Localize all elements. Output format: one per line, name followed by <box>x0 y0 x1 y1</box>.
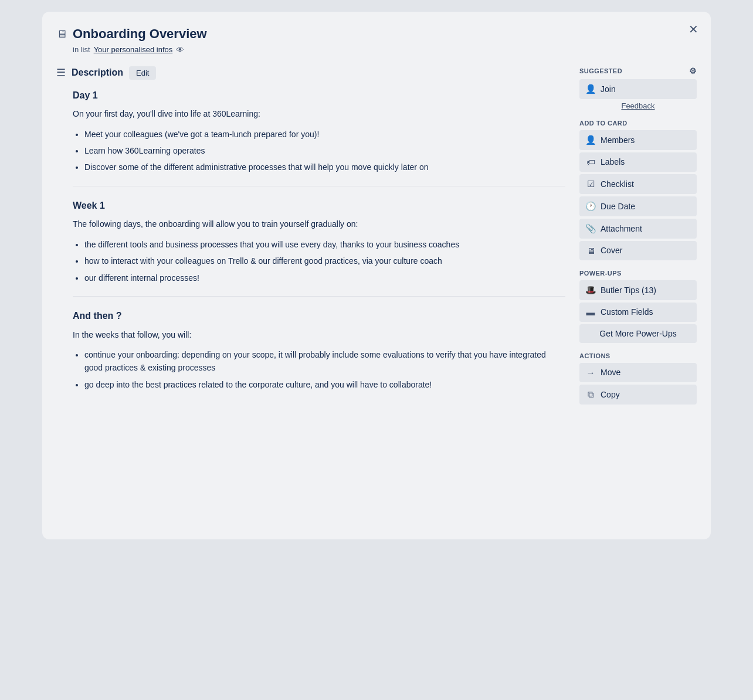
checklist-label: Checklist <box>601 179 634 189</box>
user-icon: 👤 <box>585 84 596 94</box>
attachment-label: Attachment <box>601 224 642 233</box>
labels-icon: 🏷 <box>585 157 596 167</box>
suggested-label: SUGGESTED <box>579 67 622 74</box>
sidebar: SUGGESTED ⚙ 👤 Join Feedback ADD TO CARD … <box>579 66 697 525</box>
join-label: Join <box>601 84 616 94</box>
actions-section: ACTIONS <box>579 352 697 359</box>
cover-label: Cover <box>601 246 622 255</box>
add-to-card-label: ADD TO CARD <box>579 120 628 127</box>
day1-list: Meet your colleagues (we've got a team-l… <box>84 128 565 174</box>
close-button[interactable]: ✕ <box>684 20 703 39</box>
butler-icon: 🎩 <box>585 285 596 295</box>
list-item: Discover some of the different administr… <box>84 161 565 174</box>
feedback-link[interactable]: Feedback <box>579 101 697 110</box>
suggested-section: SUGGESTED ⚙ <box>579 66 697 76</box>
andthen-intro: In the weeks that follow, you will: <box>73 328 565 341</box>
card-icon: 🖥 <box>56 28 67 40</box>
eye-icon: 👁 <box>176 45 184 55</box>
due-date-label: Due Date <box>601 202 635 211</box>
list-item: Learn how 360Learning operates <box>84 144 565 157</box>
copy-icon: ⧉ <box>585 389 596 400</box>
description-content: Day 1 On your first day, you'll dive int… <box>56 88 565 391</box>
list-item: the different tools and business process… <box>84 238 565 251</box>
description-title: Description <box>72 67 123 78</box>
copy-label: Copy <box>601 390 620 399</box>
clock-icon: 🕐 <box>585 201 596 212</box>
members-label: Members <box>601 135 635 145</box>
week1-intro: The following days, the onboarding will … <box>73 218 565 230</box>
butler-tips-button[interactable]: 🎩 Butler Tips (13) <box>579 280 697 300</box>
card-subtitle: in list Your personalised infos 👁 <box>73 45 207 55</box>
actions-label: ACTIONS <box>579 352 610 359</box>
list-item: go deep into the best practices related … <box>84 378 565 391</box>
add-to-card-section: ADD TO CARD <box>579 120 697 127</box>
cover-button[interactable]: 🖥 Cover <box>579 241 697 260</box>
butler-tips-label: Butler Tips (13) <box>601 286 656 295</box>
list-item: how to interact with your colleagues on … <box>84 254 565 267</box>
modal-header: 🖥 Onboarding Overview in list Your perso… <box>56 26 697 55</box>
day1-intro: On your first day, you'll dive into life… <box>73 107 565 120</box>
main-content: ☰ Description Edit Day 1 On your first d… <box>56 66 565 525</box>
gear-icon[interactable]: ⚙ <box>689 66 697 76</box>
subtitle-prefix: in list <box>73 45 90 54</box>
section-heading-andthen: And then ? <box>73 308 565 324</box>
checklist-button[interactable]: ☑ Checklist <box>579 174 697 194</box>
section-heading-day1: Day 1 <box>73 88 565 103</box>
cover-icon: 🖥 <box>585 246 596 256</box>
modal-body: ☰ Description Edit Day 1 On your first d… <box>56 66 697 525</box>
description-header: ☰ Description Edit <box>56 66 565 80</box>
checklist-icon: ☑ <box>585 179 596 189</box>
custom-fields-label: Custom Fields <box>601 307 653 317</box>
section-divider-2 <box>73 296 565 297</box>
edit-button[interactable]: Edit <box>129 66 156 80</box>
list-item: Meet your colleagues (we've got a team-l… <box>84 128 565 141</box>
list-item: our different internal processes! <box>84 271 565 284</box>
power-ups-section: POWER-UPS <box>579 270 697 277</box>
move-icon: → <box>585 368 596 378</box>
list-item: continue your onboarding: depending on y… <box>84 348 565 375</box>
due-date-button[interactable]: 🕐 Due Date <box>579 196 697 216</box>
get-more-power-ups-button[interactable]: Get More Power-Ups <box>579 324 697 343</box>
join-button[interactable]: 👤 Join <box>579 79 697 99</box>
custom-fields-button[interactable]: ▬ Custom Fields <box>579 303 697 322</box>
move-button[interactable]: → Move <box>579 363 697 382</box>
attachment-button[interactable]: 📎 Attachment <box>579 219 697 239</box>
andthen-list: continue your onboarding: depending on y… <box>84 348 565 391</box>
members-icon: 👤 <box>585 135 596 145</box>
attachment-icon: 📎 <box>585 223 596 234</box>
list-link[interactable]: Your personalised infos <box>94 45 173 54</box>
card-title: Onboarding Overview <box>73 26 207 43</box>
labels-label: Labels <box>601 157 625 166</box>
card-modal: ✕ 🖥 Onboarding Overview in list Your per… <box>42 12 711 539</box>
title-area: Onboarding Overview in list Your persona… <box>73 26 207 55</box>
description-icon: ☰ <box>56 66 66 79</box>
labels-button[interactable]: 🏷 Labels <box>579 152 697 172</box>
week1-list: the different tools and business process… <box>84 238 565 284</box>
section-heading-week1: Week 1 <box>73 198 565 213</box>
members-button[interactable]: 👤 Members <box>579 130 697 150</box>
section-divider <box>73 186 565 186</box>
custom-fields-icon: ▬ <box>585 307 596 317</box>
move-label: Move <box>601 368 620 377</box>
power-ups-label: POWER-UPS <box>579 270 622 277</box>
copy-button[interactable]: ⧉ Copy <box>579 385 697 405</box>
